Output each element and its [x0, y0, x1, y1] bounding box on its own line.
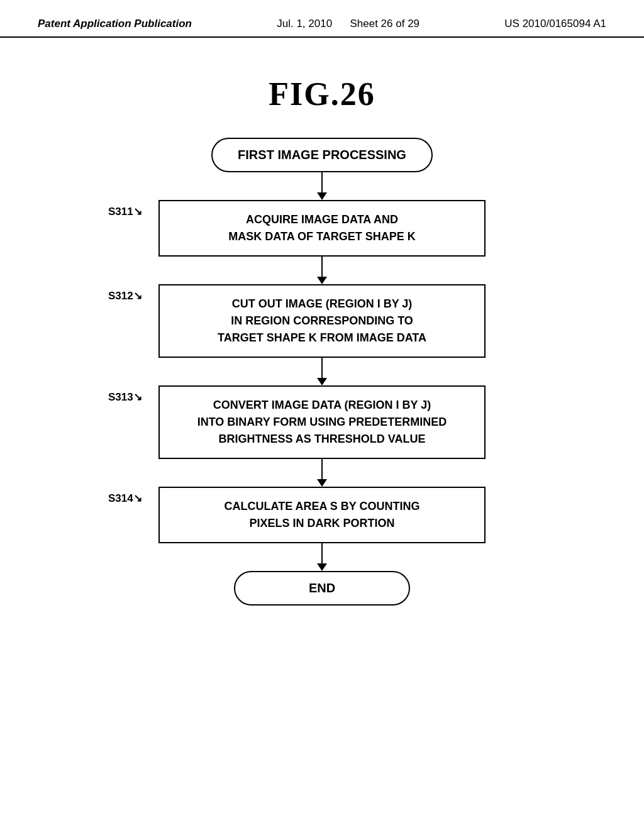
step-row-s314: S314↘ CALCULATE AREA S BY COUNTINGPIXELS… [108, 487, 536, 543]
process-box-s312: CUT OUT IMAGE (REGION I BY J)IN REGION C… [158, 284, 486, 358]
process-box-s311: ACQUIRE IMAGE DATA ANDMASK DATA OF TARGE… [158, 200, 486, 257]
arrow-line [321, 172, 323, 192]
step-row-s311: S311↘ ACQUIRE IMAGE DATA ANDMASK DATA OF… [108, 200, 536, 257]
publication-label: Patent Application Publication [38, 18, 192, 30]
arrow-4 [317, 459, 327, 487]
publication-date: Jul. 1, 2010 [277, 18, 332, 30]
step-label-s314: S314↘ [108, 492, 142, 505]
step-label-s313: S313↘ [108, 390, 142, 404]
step-label-s312: S312↘ [108, 289, 142, 302]
arrow-head-4 [317, 479, 327, 487]
arrow-2 [317, 257, 327, 284]
arrow-line-3 [321, 358, 323, 378]
process-box-s313: CONVERT IMAGE DATA (REGION I BY J)INTO B… [158, 385, 486, 459]
step-content-s313: CONVERT IMAGE DATA (REGION I BY J)INTO B… [158, 385, 486, 459]
step-content-s311: ACQUIRE IMAGE DATA ANDMASK DATA OF TARGE… [158, 200, 486, 257]
step-row-s313: S313↘ CONVERT IMAGE DATA (REGION I BY J)… [108, 385, 536, 459]
arrow-3 [317, 358, 327, 385]
arrow-5 [317, 543, 327, 571]
step-label-s311: S311↘ [108, 205, 142, 218]
step-content-s312: CUT OUT IMAGE (REGION I BY J)IN REGION C… [158, 284, 486, 358]
arrow-line-5 [321, 543, 323, 563]
process-box-s314: CALCULATE AREA S BY COUNTINGPIXELS IN DA… [158, 487, 486, 543]
step-content-s314: CALCULATE AREA S BY COUNTINGPIXELS IN DA… [158, 487, 486, 543]
flowchart: FIRST IMAGE PROCESSING S311↘ ACQUIRE IMA… [0, 138, 644, 606]
sheet-info: Sheet 26 of 29 [350, 18, 419, 30]
end-box: END [234, 571, 410, 606]
start-box: FIRST IMAGE PROCESSING [211, 138, 433, 172]
arrow-head-2 [317, 277, 327, 284]
arrow-line-4 [321, 459, 323, 479]
step-row-s312: S312↘ CUT OUT IMAGE (REGION I BY J)IN RE… [108, 284, 536, 358]
figure-title: FIG.26 [0, 75, 644, 113]
arrow-head [317, 192, 327, 200]
arrow-1 [317, 172, 327, 200]
arrow-head-5 [317, 563, 327, 571]
arrow-head-3 [317, 378, 327, 385]
arrow-line-2 [321, 257, 323, 277]
header-center: Jul. 1, 2010 Sheet 26 of 29 [277, 18, 419, 30]
page-header: Patent Application Publication Jul. 1, 2… [0, 0, 644, 38]
patent-number: US 2010/0165094 A1 [504, 18, 606, 30]
